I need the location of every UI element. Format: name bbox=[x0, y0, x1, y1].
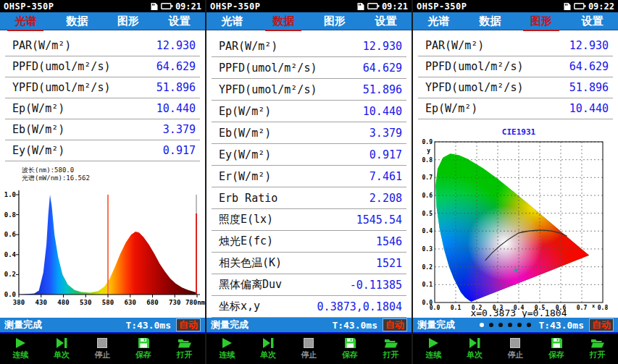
row-value: 1546 bbox=[376, 235, 402, 248]
table-row: Ey(W/m²)0.917 bbox=[5, 140, 200, 161]
table-row: Eb(W/m²)3.379 bbox=[212, 122, 406, 144]
x-tick: 530 bbox=[80, 299, 91, 306]
table-row: 黑体偏离Duv-0.11385 bbox=[212, 274, 406, 296]
x-tick: 730 bbox=[169, 299, 180, 306]
row-label: PPFD(umol/m²/s) bbox=[219, 62, 317, 75]
tab-graph[interactable]: 图形 bbox=[114, 13, 143, 30]
clock-time: 09:21 bbox=[175, 1, 201, 12]
tab-settings[interactable]: 设置 bbox=[165, 13, 194, 30]
stop-button[interactable]: 停止 bbox=[495, 334, 536, 364]
tab-spectrum[interactable]: 光谱 bbox=[424, 13, 453, 30]
row-value: 10.440 bbox=[363, 105, 402, 118]
x-tick: 0.8 bbox=[598, 305, 609, 311]
stop-button[interactable]: 停止 bbox=[288, 334, 330, 364]
y-tick: 0.0 bbox=[4, 291, 16, 298]
row-value: 64.629 bbox=[363, 62, 402, 75]
row-label: YPFD(umol/m²/s) bbox=[425, 81, 523, 94]
page-dots bbox=[480, 323, 531, 327]
auto-mode-badge[interactable]: 自动 bbox=[176, 318, 201, 331]
continuous-button[interactable]: 连续 bbox=[413, 334, 454, 364]
status-bar: 测量完成 T:43.0ms 自动 bbox=[206, 318, 412, 334]
panel-data: OHSP-350P 09:21 光谱 数据 图形 设置 PAR(W/m²)12.… bbox=[206, 0, 413, 364]
table-row: 烛光E(fc)1546 bbox=[212, 231, 406, 253]
open-button[interactable]: 打开 bbox=[370, 334, 412, 364]
toolbar: 连续 单次 停止 保存 打开 bbox=[206, 334, 412, 364]
sd-card-icon bbox=[356, 2, 365, 11]
row-label: Er(W/m²) bbox=[219, 170, 271, 183]
row-value: 51.896 bbox=[569, 81, 609, 94]
tab-graph[interactable]: 图形 bbox=[320, 13, 349, 30]
row-label: Eb(W/m²) bbox=[12, 123, 64, 136]
table-row: 照度E(lx)1545.54 bbox=[212, 209, 406, 231]
tool-label: 单次 bbox=[260, 350, 276, 360]
play-icon bbox=[426, 337, 440, 349]
table-row: PPFD(umol/m²/s)64.629 bbox=[212, 57, 406, 79]
table-row: PPFD(umol/m²/s)64.629 bbox=[418, 56, 613, 77]
row-value: 12.930 bbox=[569, 39, 609, 52]
sd-card-icon bbox=[563, 2, 572, 11]
tab-spectrum[interactable]: 光谱 bbox=[11, 13, 40, 30]
save-button[interactable]: 保存 bbox=[536, 334, 577, 364]
table-row: PPFD(umol/m²/s)64.629 bbox=[5, 56, 200, 77]
x-tick: 680 bbox=[146, 299, 158, 306]
tab-data[interactable]: 数据 bbox=[62, 13, 91, 30]
row-label: 坐标x,y bbox=[219, 300, 260, 313]
tab-spectrum[interactable]: 光谱 bbox=[217, 13, 246, 30]
y-tick: 0.9 bbox=[422, 139, 433, 145]
save-icon bbox=[551, 337, 563, 349]
open-button[interactable]: 打开 bbox=[164, 334, 205, 364]
row-label: Ep(W/m²) bbox=[219, 105, 271, 118]
row-label: PAR(W/m²) bbox=[425, 39, 484, 52]
cie-chart-title: CIE1931 bbox=[502, 127, 536, 137]
tab-bar: 光谱 数据 图形 设置 bbox=[413, 12, 618, 30]
auto-mode-badge[interactable]: 自动 bbox=[383, 318, 407, 331]
step-forward-icon bbox=[261, 337, 275, 349]
open-folder-icon bbox=[384, 337, 398, 349]
row-value: 64.629 bbox=[569, 60, 609, 73]
save-icon bbox=[138, 337, 150, 349]
row-label: Erb Ratio bbox=[219, 192, 277, 205]
tab-settings[interactable]: 设置 bbox=[372, 13, 401, 30]
open-button[interactable]: 打开 bbox=[577, 334, 618, 364]
table-row: YPFD(umol/m²/s)51.896 bbox=[5, 77, 200, 98]
tool-label: 连续 bbox=[12, 350, 28, 360]
row-value: 51.896 bbox=[363, 83, 402, 96]
row-label: 照度E(lx) bbox=[219, 213, 273, 227]
ohsp-350p-triple-screenshot: OHSP-350P 09:21 光谱 数据 图形 设置 PAR(W/m²)12.… bbox=[0, 0, 618, 364]
stop-button[interactable]: 停止 bbox=[82, 334, 123, 364]
cie-chart: CIE1931 0.9 y bbox=[413, 126, 618, 318]
continuous-button[interactable]: 连续 bbox=[206, 334, 248, 364]
continuous-button[interactable]: 连续 bbox=[0, 334, 41, 364]
single-button[interactable]: 单次 bbox=[454, 334, 496, 364]
single-button[interactable]: 单次 bbox=[41, 334, 83, 364]
panel-spectrum: OHSP-350P 09:21 光谱 数据 图形 设置 PAR(W/m²)12.… bbox=[0, 0, 206, 364]
save-button[interactable]: 保存 bbox=[123, 334, 164, 364]
tab-settings[interactable]: 设置 bbox=[578, 13, 607, 30]
y-tick: 0.8 bbox=[422, 157, 433, 164]
y-tick: 0.3 bbox=[422, 246, 433, 253]
row-label: PAR(W/m²) bbox=[12, 39, 71, 52]
tool-label: 保存 bbox=[342, 350, 358, 360]
tab-data[interactable]: 数据 bbox=[269, 13, 298, 30]
tab-graph[interactable]: 图形 bbox=[527, 13, 556, 30]
x-tick: 0.0 bbox=[430, 305, 440, 311]
auto-mode-badge[interactable]: 自动 bbox=[589, 318, 614, 331]
tool-label: 保存 bbox=[548, 350, 564, 360]
stop-icon bbox=[303, 337, 314, 349]
title-bar: OHSP-350P 09:21 bbox=[206, 0, 412, 12]
row-label: YPFD(umol/m²/s) bbox=[219, 83, 317, 96]
save-button[interactable]: 保存 bbox=[330, 334, 371, 364]
graph-content: PAR(W/m²)12.930 PPFD(umol/m²/s)64.629 YP… bbox=[413, 30, 618, 318]
x-tick: 580 bbox=[102, 299, 114, 306]
spectrum-chart[interactable]: 波长(nm):580.0 光谱(mW/nm):16.562 1.0 0.8 0.… bbox=[0, 164, 205, 318]
table-row: Ep(W/m²)10.440 bbox=[5, 98, 200, 119]
tool-label: 打开 bbox=[590, 350, 606, 360]
tab-data[interactable]: 数据 bbox=[475, 13, 504, 30]
x-tick: 630 bbox=[125, 299, 136, 306]
tool-label: 单次 bbox=[467, 350, 483, 360]
single-button[interactable]: 单次 bbox=[248, 334, 289, 364]
table-row: Ey(W/m²)0.917 bbox=[212, 144, 406, 166]
row-value: 3.379 bbox=[163, 123, 196, 136]
stop-icon bbox=[509, 337, 521, 349]
data-content: PAR(W/m²)12.930 PPFD(umol/m²/s)64.629 YP… bbox=[206, 30, 412, 318]
